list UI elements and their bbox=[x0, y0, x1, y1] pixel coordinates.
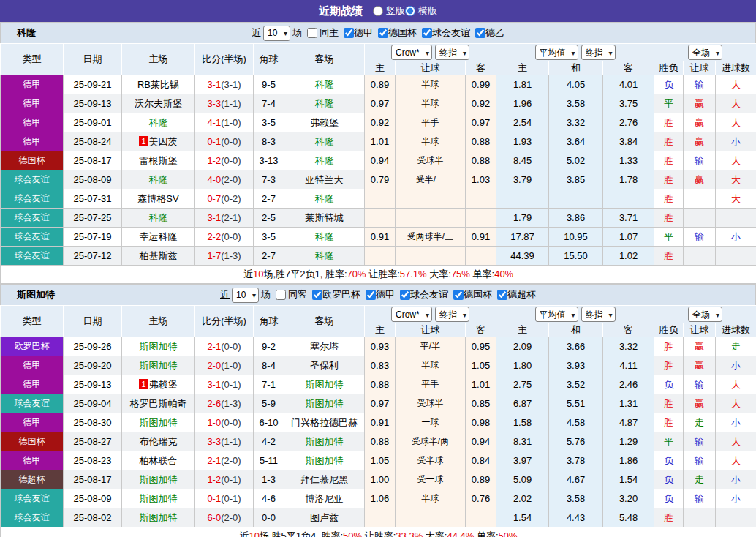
team-label: 弗赖堡 bbox=[149, 379, 178, 390]
handicap-line-cell: 受球半 bbox=[396, 151, 466, 170]
final-odds-select-2[interactable]: 终指 bbox=[581, 307, 616, 322]
handicap-away-odds-cell bbox=[466, 508, 496, 527]
date-cell: 25-08-09 bbox=[64, 170, 122, 189]
recent-count-select[interactable]: 10 bbox=[232, 288, 259, 303]
win-loss-result-cell: 平 bbox=[654, 432, 684, 451]
home-team-cell: 布伦瑞克 bbox=[122, 432, 195, 451]
goals-result-cell: 小 bbox=[716, 132, 756, 151]
league-filter-checkbox-2[interactable] bbox=[422, 28, 432, 38]
league-filter-2[interactable]: 球会友谊 bbox=[397, 288, 448, 301]
away-team-cell: 图卢兹 bbox=[284, 508, 365, 527]
competition-badge: 德甲 bbox=[1, 94, 64, 113]
avg-home-odds-cell bbox=[496, 189, 549, 209]
recent-count-select[interactable]: 10 bbox=[263, 26, 290, 41]
col-header-3: 比分(半场) bbox=[195, 306, 254, 337]
team-label: 沃尔夫斯堡 bbox=[135, 98, 182, 109]
version-option-1[interactable]: 横版 bbox=[405, 4, 437, 18]
handicap-line-cell: 受半球 bbox=[396, 451, 466, 470]
handicap-result-cell: 赢 bbox=[684, 132, 716, 151]
team-label: 柏林联合 bbox=[140, 455, 178, 466]
corners-cell: 5-9 bbox=[254, 394, 284, 413]
league-filter-checkbox-1[interactable] bbox=[378, 28, 388, 38]
full-match-select[interactable]: 全场 bbox=[688, 45, 722, 60]
same-venue-checkbox[interactable] bbox=[307, 28, 317, 38]
avg-home-odds-cell: 8.31 bbox=[496, 432, 549, 451]
league-filter-checkbox-3[interactable] bbox=[453, 290, 464, 300]
version-option-0[interactable]: 竖版 bbox=[373, 4, 405, 18]
avg-away-odds-cell: 3.75 bbox=[603, 94, 654, 113]
handicap-away-odds-cell: 0.89 bbox=[466, 470, 496, 489]
away-team-cell: 斯图加特 bbox=[284, 394, 365, 413]
handicap-away-odds-cell: 0.94 bbox=[466, 432, 496, 451]
league-filter-4[interactable]: 德超杯 bbox=[494, 288, 536, 301]
recent-link[interactable]: 近 bbox=[252, 26, 261, 40]
win-loss-result-cell: 胜 bbox=[654, 151, 684, 170]
full-match-select[interactable]: 全场 bbox=[688, 307, 722, 322]
away-team-cell: 科隆 bbox=[284, 189, 365, 209]
home-team-cell: 科隆 bbox=[122, 113, 195, 132]
league-filter-3[interactable]: 德乙 bbox=[472, 26, 504, 40]
league-filter-checkbox-1[interactable] bbox=[366, 290, 376, 300]
handicap-result-cell bbox=[684, 247, 716, 266]
team-name: 科隆 bbox=[17, 26, 36, 40]
final-odds-select-2[interactable]: 终指 bbox=[581, 45, 616, 60]
goals-result-cell: 大 bbox=[716, 75, 756, 94]
team-section-1: 斯图加特近10场同客欧罗巴杯德甲球会友谊德国杯德超杯类型日期主场比分(半场)角球… bbox=[0, 284, 756, 537]
league-filter-checkbox-0[interactable] bbox=[344, 28, 354, 38]
handicap-home-odds-cell: 0.91 bbox=[365, 228, 396, 247]
win-loss-result-cell: 胜 bbox=[654, 394, 684, 413]
corners-cell: 3-13 bbox=[254, 151, 284, 170]
league-filter-1[interactable]: 德国杯 bbox=[375, 26, 417, 40]
league-filter-checkbox-2[interactable] bbox=[400, 290, 410, 300]
league-filter-0[interactable]: 德甲 bbox=[341, 26, 373, 40]
match-row: 德甲25-09-13沃尔夫斯堡3-3(1-1)7-4科隆0.97半球0.921.… bbox=[1, 94, 756, 113]
handicap-away-odds-cell bbox=[466, 247, 496, 266]
avg-away-odds-cell: 1.02 bbox=[603, 247, 654, 266]
avg-away-odds-cell: 1.29 bbox=[603, 432, 654, 451]
match-row: 德甲25-09-131弗赖堡3-1(0-1)7-1斯图加特0.88平手1.012… bbox=[1, 375, 756, 394]
version-radio-0[interactable] bbox=[373, 6, 383, 16]
avg-away-odds-cell: 1.78 bbox=[603, 170, 654, 189]
version-radio-1[interactable] bbox=[405, 6, 415, 16]
layout-version-radio-group: 竖版横版 bbox=[373, 4, 437, 18]
avg-away-odds-cell: 2.46 bbox=[603, 375, 654, 394]
date-cell: 25-09-21 bbox=[64, 75, 122, 94]
handicap-line-cell: 平手 bbox=[396, 113, 466, 132]
home-team-cell: 斯图加特 bbox=[122, 489, 195, 508]
same-venue-option[interactable]: 同主 bbox=[304, 26, 339, 40]
bookmaker-select[interactable]: Crow* bbox=[391, 307, 432, 322]
avg-away-odds-cell: 3.20 bbox=[603, 489, 654, 508]
home-team-cell: 柏基斯兹 bbox=[122, 247, 195, 266]
win-loss-result-cell: 负 bbox=[654, 375, 684, 394]
recent-link[interactable]: 近 bbox=[220, 288, 230, 301]
league-filter-3[interactable]: 德国杯 bbox=[450, 288, 492, 301]
final-odds-select[interactable]: 终指 bbox=[435, 45, 469, 60]
handicap-result-cell: 赢 bbox=[684, 94, 716, 113]
same-venue-checkbox[interactable] bbox=[276, 290, 286, 300]
score-cell: 3-3(1-1) bbox=[195, 94, 254, 113]
handicap-result-cell: 赢 bbox=[684, 337, 716, 356]
avg-odds-select[interactable]: 平均值 bbox=[535, 307, 578, 322]
league-filter-1[interactable]: 德甲 bbox=[363, 288, 395, 301]
avg-home-odds-cell: 1.58 bbox=[496, 413, 549, 432]
score-cell: 6-0(2-0) bbox=[195, 508, 254, 527]
avg-away-odds-cell: 4.87 bbox=[603, 413, 654, 432]
league-filter-2[interactable]: 球会友谊 bbox=[419, 26, 470, 40]
team-label: 弗赖堡 bbox=[310, 117, 339, 128]
team-label: 科隆 bbox=[149, 212, 168, 223]
handicap-line-cell: 平/半 bbox=[396, 337, 466, 356]
avg-draw-odds-cell: 3.52 bbox=[549, 375, 603, 394]
league-filter-0[interactable]: 欧罗巴杯 bbox=[309, 288, 360, 301]
league-filter-checkbox-4[interactable] bbox=[497, 290, 507, 300]
sub-header-0-2: 客 bbox=[466, 61, 496, 75]
goals-result-cell: 大 bbox=[716, 113, 756, 132]
avg-odds-select[interactable]: 平均值 bbox=[535, 45, 578, 60]
team-label: 科隆 bbox=[315, 79, 334, 90]
score-cell: 0-1(0-1) bbox=[195, 489, 254, 508]
final-odds-select[interactable]: 终指 bbox=[435, 307, 469, 322]
league-filter-checkbox-3[interactable] bbox=[475, 28, 485, 38]
league-filter-checkbox-0[interactable] bbox=[312, 290, 322, 300]
competition-badge: 球会友谊 bbox=[1, 228, 64, 247]
same-venue-option[interactable]: 同客 bbox=[273, 288, 307, 301]
bookmaker-select[interactable]: Crow* bbox=[391, 45, 432, 60]
